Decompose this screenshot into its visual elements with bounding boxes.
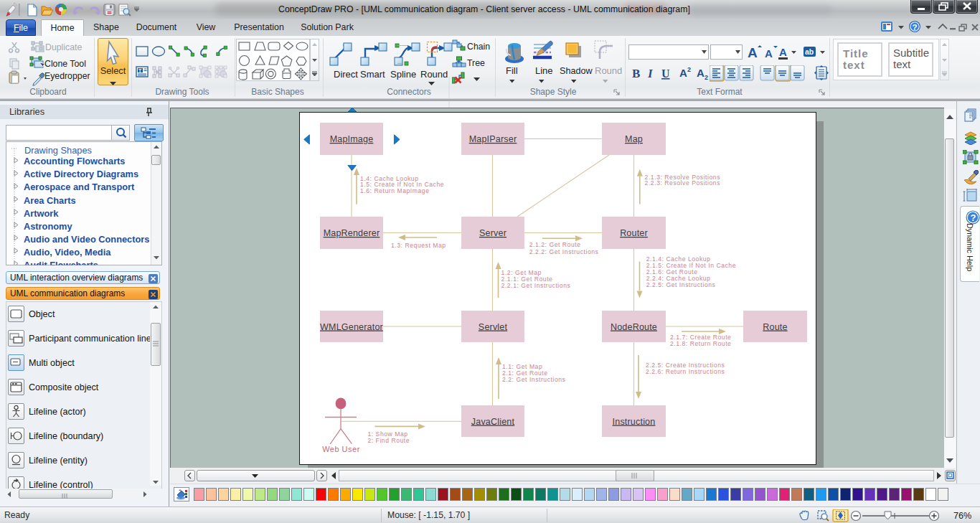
svg-text:Route: Route	[763, 322, 787, 332]
svg-text:2.1.2: Get Route: 2.1.2: Get Route	[529, 241, 581, 248]
svg-text:MapImage: MapImage	[330, 134, 374, 144]
svg-text:Round: Round	[420, 69, 448, 80]
svg-text:Fill: Fill	[506, 65, 518, 76]
svg-text:U: U	[661, 67, 670, 80]
svg-text:Instruction: Instruction	[613, 417, 656, 427]
svg-text:A: A	[748, 45, 758, 60]
svg-text:2.2.2: Get Instructions: 2.2.2: Get Instructions	[529, 248, 599, 255]
svg-text:Spline: Spline	[390, 69, 416, 80]
svg-text:2.1.8: Return Route: 2.1.8: Return Route	[670, 340, 731, 347]
svg-text:2.2.3: Resolve Positions: 2.2.3: Resolve Positions	[645, 179, 720, 187]
svg-text:Servlet: Servlet	[479, 322, 508, 332]
svg-text:2.2.6: Return Instructions: 2.2.6: Return Instructions	[646, 368, 725, 375]
svg-text:Web User: Web User	[322, 445, 360, 453]
svg-text:1.3: Request Map: 1.3: Request Map	[391, 242, 446, 249]
svg-text:T: T	[138, 68, 142, 73]
svg-text:A: A	[765, 47, 773, 60]
svg-text:B: B	[632, 67, 640, 80]
svg-text:Map: Map	[625, 134, 643, 144]
svg-text:76%: 76%	[953, 511, 971, 521]
svg-text:MapRenderer: MapRenderer	[324, 228, 380, 238]
svg-text:Router: Router	[620, 228, 648, 238]
svg-text:2: Find Route: 2: Find Route	[367, 437, 410, 444]
svg-text:Shadow: Shadow	[560, 66, 593, 76]
svg-text:I: I	[647, 67, 654, 80]
svg-text:WMLGenerator: WMLGenerator	[320, 322, 383, 332]
svg-text:?: ?	[913, 23, 918, 32]
svg-text:Direct: Direct	[334, 69, 358, 80]
svg-text:NodeRoute: NodeRoute	[611, 322, 657, 332]
svg-text:1.6: Return MapImage: 1.6: Return MapImage	[360, 187, 430, 194]
svg-text:ab: ab	[805, 47, 814, 56]
svg-text:?: ?	[971, 212, 976, 223]
svg-text:2.2.5: Get Instructions: 2.2.5: Get Instructions	[646, 281, 716, 288]
svg-text:A: A	[697, 67, 705, 79]
svg-text:2: 2	[687, 66, 691, 73]
svg-text:Line: Line	[535, 65, 553, 76]
svg-text:Smart: Smart	[360, 69, 385, 80]
svg-text:2: 2	[705, 74, 708, 81]
svg-text:MapIParser: MapIParser	[469, 134, 517, 144]
svg-text:2.2.1: Get Instructions: 2.2.1: Get Instructions	[501, 282, 571, 289]
svg-text:Server: Server	[479, 228, 507, 238]
svg-text:A: A	[679, 67, 687, 79]
svg-text:Round: Round	[595, 65, 622, 76]
svg-text:2.2: Get Instructions: 2.2: Get Instructions	[502, 376, 565, 383]
svg-text:A: A	[779, 46, 787, 58]
svg-text:JavaClient: JavaClient	[471, 417, 515, 427]
